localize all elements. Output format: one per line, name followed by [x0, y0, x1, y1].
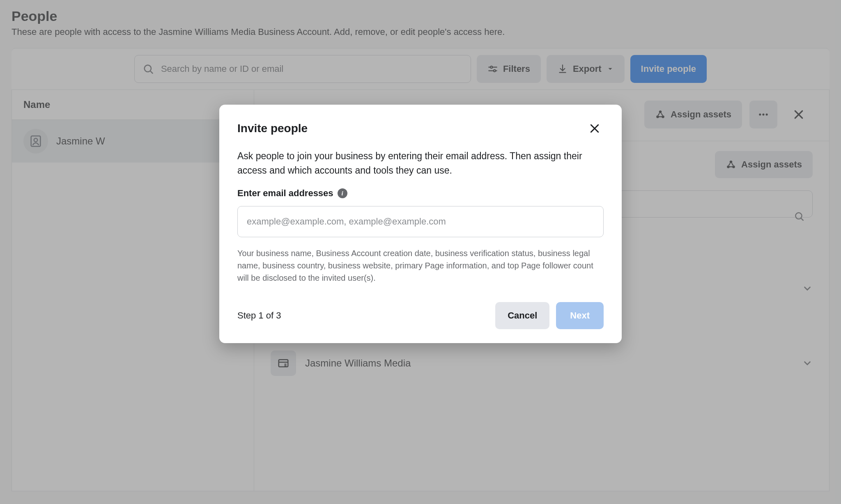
- modal-description: Ask people to join your business by ente…: [237, 149, 591, 177]
- invite-people-modal: Invite people Ask people to join your bu…: [219, 105, 622, 343]
- next-button[interactable]: Next: [556, 302, 604, 329]
- cancel-button[interactable]: Cancel: [495, 302, 549, 329]
- info-icon[interactable]: i: [338, 188, 347, 198]
- email-input[interactable]: [237, 206, 604, 237]
- email-label: Enter email addresses i: [237, 188, 604, 199]
- email-label-text: Enter email addresses: [237, 188, 333, 199]
- modal-close-button[interactable]: [586, 119, 604, 137]
- modal-title: Invite people: [237, 122, 308, 135]
- step-indicator: Step 1 of 3: [237, 310, 281, 321]
- close-icon: [588, 122, 601, 135]
- modal-overlay: Invite people Ask people to join your bu…: [0, 0, 841, 504]
- disclosure-text: Your business name, Business Account cre…: [237, 247, 604, 284]
